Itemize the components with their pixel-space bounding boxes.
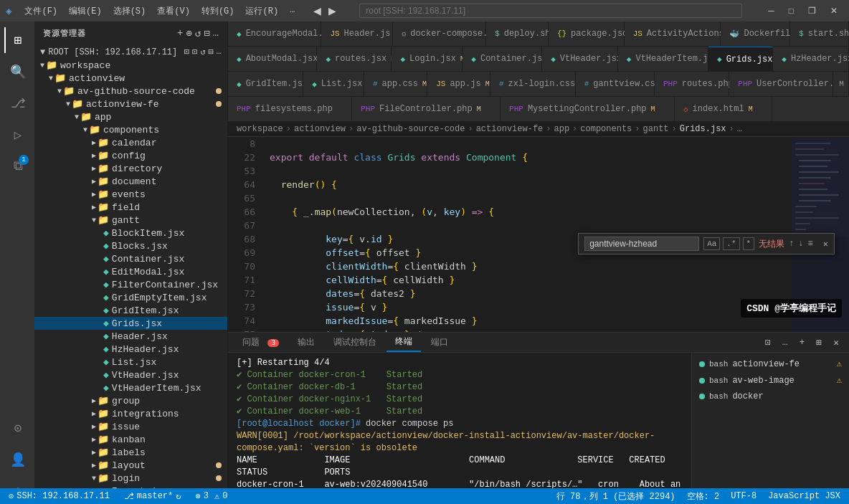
tree-item-field[interactable]: ▶ 📁 field — [34, 201, 227, 214]
collapse-icon[interactable]: ⊟ — [204, 27, 209, 39]
tree-item-griditem[interactable]: ◆ GridItem.jsx — [34, 304, 227, 317]
new-file-icon[interactable]: + — [177, 27, 183, 39]
tab-mysettingcontroller[interactable]: PHP MysettingController.php M × — [501, 97, 675, 121]
breadcrumb-item[interactable]: actionview — [294, 124, 346, 134]
breadcrumb-item[interactable]: components — [580, 124, 632, 134]
forward-button[interactable]: ▶ — [326, 4, 339, 18]
tab-filecontroller[interactable]: PHP FileController.php M × — [352, 97, 501, 121]
tab-dockerfile[interactable]: 🐳 Dockerfile × — [721, 22, 790, 46]
root-action3[interactable]: ↺ — [200, 47, 205, 57]
terminal-output[interactable]: [+] Restarting 4/4 ✔ Container docker-cr… — [228, 353, 691, 504]
tree-item-kanban[interactable]: ▶ 📁 kanban — [34, 433, 227, 446]
charset-status[interactable]: UTF-8 — [728, 490, 759, 503]
root-more[interactable]: … — [217, 47, 222, 57]
tab-deploy-sh[interactable]: $ deploy.sh × — [486, 22, 549, 46]
tree-item-container[interactable]: ◆ Container.jsx — [34, 252, 227, 265]
new-folder-icon[interactable]: ⊕ — [186, 27, 191, 39]
case-sensitive-icon[interactable]: Aa — [703, 237, 720, 250]
menu-more[interactable]: … — [285, 4, 299, 19]
refresh-icon[interactable]: ↺ — [195, 27, 201, 39]
breadcrumb-item[interactable]: app — [554, 124, 570, 134]
root-label[interactable]: ▼ ROOT [SSH: 192.168.17.11] ⊡ ⊡ ↺ ⊟ … — [34, 45, 227, 59]
breadcrumb-item[interactable]: Grids.jsx — [680, 124, 726, 134]
tree-item-actionview[interactable]: ▼ 📁 actionview — [34, 72, 227, 85]
title-search[interactable] — [359, 4, 742, 18]
terminal-session-docker[interactable]: bash docker — [692, 389, 849, 404]
tree-item-vtheader[interactable]: ◆ VtHeader.jsx — [34, 369, 227, 381]
terminal-kill-icon[interactable]: ✕ — [829, 336, 843, 350]
tree-item-login[interactable]: ▼ 📁 login — [34, 472, 227, 485]
tree-item-blocks[interactable]: ◆ Blocks.jsx — [34, 239, 227, 252]
tree-item-actionview-fe[interactable]: ▼ 📁 actionview-fe — [34, 98, 227, 110]
tab-filesystems[interactable]: PHP filesystems.php × — [228, 97, 352, 121]
close-search-icon[interactable]: ✕ — [823, 239, 828, 249]
tab-problems[interactable]: 问题 3 — [234, 333, 288, 351]
whole-word-icon[interactable]: .* — [723, 237, 739, 250]
root-action2[interactable]: ⊡ — [192, 47, 197, 57]
tab-output[interactable]: 输出 — [289, 333, 323, 351]
tab-aboutmodal[interactable]: ◆ AboutModal.jsx M × — [228, 47, 317, 71]
menu-select[interactable]: 选择(S) — [109, 4, 151, 19]
tree-item-labels[interactable]: ▶ 📁 labels — [34, 446, 227, 459]
tree-item-document[interactable]: ▶ 📁 document — [34, 175, 227, 188]
terminal-session-actionview-fe[interactable]: bash actionview-fe ⚠ — [692, 356, 849, 372]
root-action1[interactable]: ⊡ — [184, 47, 189, 57]
tree-item-hzheader[interactable]: ◆ HzHeader.jsx — [34, 343, 227, 356]
tab-start-sh[interactable]: $ start.sh × — [790, 22, 849, 46]
tab-debug-console[interactable]: 调试控制台 — [325, 333, 385, 351]
tree-item-components[interactable]: ▼ 📁 components — [34, 123, 227, 136]
root-action4[interactable]: ⊟ — [209, 47, 214, 57]
maximize-button[interactable]: □ — [783, 4, 800, 17]
tree-item-filtercontainer[interactable]: ◆ FilterContainer.jsx — [34, 278, 227, 291]
search-input[interactable] — [359, 4, 742, 18]
activity-git[interactable]: ⎇ — [4, 90, 30, 116]
breadcrumb-item[interactable]: … — [737, 124, 742, 134]
terminal-session-av-web-image[interactable]: bash av-web-image ⚠ — [692, 372, 849, 389]
tree-item-blockitem[interactable]: ◆ BlockItem.jsx — [34, 227, 227, 239]
tree-item-grids[interactable]: ◆ Grids.jsx — [34, 317, 227, 330]
tree-item-vtheaderitem[interactable]: ◆ VtHeaderItem.jsx — [34, 381, 227, 394]
tree-item-calendar[interactable]: ▶ 📁 calendar — [34, 136, 227, 149]
menu-view[interactable]: 查看(V) — [153, 4, 194, 19]
activity-extensions[interactable]: ⧉ — [4, 153, 30, 179]
tab-grids-jsx[interactable]: ◆ Grids.jsx × — [708, 47, 773, 71]
tab-usercontroller[interactable]: PHP UserController.php × — [729, 72, 833, 96]
terminal-add-icon[interactable]: + — [795, 336, 810, 349]
tree-item-integrations[interactable]: ▶ 📁 integrations — [34, 407, 227, 420]
tab-zxl-login[interactable]: # zxl-login.css U × — [490, 72, 576, 96]
menu-run[interactable]: 运行(R) — [241, 4, 283, 19]
prev-match-icon[interactable]: ↑ — [789, 239, 794, 249]
breadcrumb-item[interactable]: av-github-source-code — [356, 124, 465, 134]
activity-account[interactable]: 👤 — [4, 447, 30, 472]
terminal-split-icon[interactable]: ⊞ — [812, 336, 826, 350]
tab-encouragemodal[interactable]: ◆ EncourageModal.jsx × — [228, 22, 321, 46]
tab-header-js[interactable]: JS Header.js M × — [321, 22, 392, 46]
toggle-matches-icon[interactable]: ≡ — [808, 239, 813, 249]
tree-item-header[interactable]: ◆ Header.jsx — [34, 330, 227, 343]
tree-item-av-github[interactable]: ▼ 📁 av-github-source-code — [34, 85, 227, 98]
tree-item-workspace[interactable]: ▼ 📁 workspace — [34, 59, 227, 72]
menu-edit[interactable]: 编辑(E) — [65, 4, 106, 19]
tree-item-config[interactable]: ▶ 📁 config — [34, 149, 227, 162]
tree-item-app[interactable]: ▼ 📁 app — [34, 110, 227, 123]
breadcrumb-item[interactable]: gantt — [643, 124, 669, 134]
breadcrumb-item[interactable]: workspace — [237, 124, 283, 134]
find-input[interactable] — [584, 237, 699, 251]
tree-item-gridemptyitem[interactable]: ◆ GridEmptyItem.jsx — [34, 291, 227, 304]
tab-ports[interactable]: 端口 — [422, 333, 457, 351]
breadcrumb-item[interactable]: actionview-fe — [476, 124, 544, 134]
tab-hzheader-jsx[interactable]: ◆ HzHeader.jsx × — [773, 47, 849, 71]
errors-status[interactable]: ⊗ 3 ⚠ 0 — [228, 491, 230, 502]
close-button[interactable]: ✕ — [825, 4, 843, 17]
tree-item-group[interactable]: ▶ 📁 group — [34, 394, 227, 407]
tab-m[interactable]: M — [833, 72, 849, 96]
tree-item-layout[interactable]: ▶ 📁 layout — [34, 459, 227, 472]
minimize-button[interactable]: ─ — [762, 4, 780, 17]
tab-routes-jsx[interactable]: ◆ routes.jsx M × — [317, 47, 392, 71]
activity-search[interactable]: 🔍 — [4, 59, 30, 85]
tree-item-editmodal[interactable]: ◆ EditModal.jsx — [34, 265, 227, 278]
more-icon[interactable]: … — [213, 27, 219, 39]
activity-explorer[interactable]: ⊞ — [4, 27, 30, 53]
tab-terminal[interactable]: 终端 — [386, 333, 421, 352]
tab-index-html[interactable]: ◇ index.html M × — [675, 97, 772, 121]
